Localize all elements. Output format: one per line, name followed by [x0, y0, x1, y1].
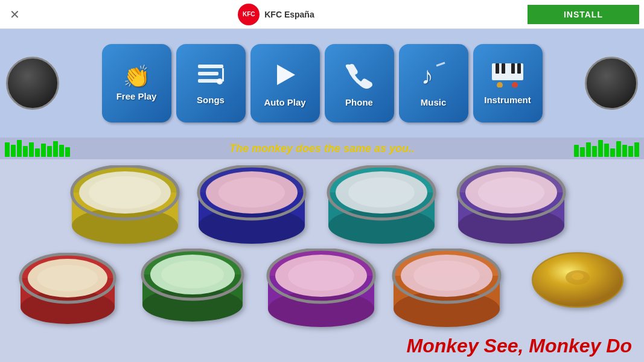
music-button[interactable]: ♪ Music	[399, 44, 468, 122]
svg-rect-12	[517, 63, 521, 74]
svg-point-14	[512, 82, 518, 87]
svg-point-27	[218, 177, 285, 208]
kfc-logo-icon: KFC	[238, 4, 260, 25]
meter-bar	[59, 145, 64, 157]
drum-2[interactable]	[196, 165, 308, 246]
svg-rect-9	[496, 63, 499, 74]
drum-4[interactable]	[456, 165, 567, 246]
meter-bar	[634, 142, 639, 157]
ad-logo: KFC KFC España	[238, 4, 314, 25]
songs-button[interactable]: Songs	[176, 44, 246, 122]
music-label: Music	[421, 97, 447, 107]
phone-icon	[344, 60, 374, 94]
cymbal[interactable]	[531, 249, 625, 311]
brand-name: KFC España	[264, 10, 314, 19]
status-text: The monkey does the same as you..	[70, 142, 574, 155]
meter-bar	[616, 141, 621, 157]
svg-rect-4	[222, 68, 224, 81]
drum-1[interactable]	[69, 165, 181, 246]
drum-7[interactable]	[266, 249, 377, 329]
meter-bar	[604, 144, 609, 157]
meter-bar	[580, 147, 585, 157]
songs-label: Songs	[197, 95, 225, 105]
meter-bar	[598, 140, 603, 157]
songs-icon	[196, 62, 226, 91]
meter-bar	[29, 142, 34, 157]
svg-point-21	[89, 176, 161, 209]
svg-point-45	[37, 265, 98, 291]
meter-bar	[65, 147, 70, 157]
meter-bar	[622, 145, 627, 157]
meter-bar	[592, 146, 597, 157]
autoplay-button[interactable]: Auto Play	[250, 44, 320, 122]
svg-text:♪: ♪	[421, 62, 433, 89]
svg-point-51	[161, 261, 224, 288]
svg-point-13	[497, 82, 503, 87]
svg-rect-10	[502, 63, 505, 74]
freeplay-icon: 👏	[123, 66, 150, 87]
instrument-label: Instrument	[484, 95, 531, 105]
music-icon: ♪	[418, 60, 448, 94]
svg-line-7	[436, 63, 445, 66]
meter-bar	[17, 140, 22, 157]
meter-bar	[11, 145, 16, 157]
instrument-button[interactable]: Instrument	[473, 44, 543, 122]
meter-bar	[574, 145, 579, 157]
meter-bar	[610, 148, 615, 157]
autoplay-label: Auto Play	[264, 97, 305, 107]
status-bar: The monkey does the same as you..	[0, 138, 644, 159]
meter-bar	[47, 146, 52, 157]
svg-rect-11	[511, 63, 515, 74]
phone-label: Phone	[345, 97, 373, 107]
drum-8[interactable]	[391, 249, 503, 329]
freeplay-button[interactable]: 👏 Free Play	[102, 44, 171, 122]
freeplay-label: Free Play	[116, 91, 157, 101]
svg-point-63	[413, 261, 480, 291]
svg-rect-0	[198, 65, 223, 68]
meter-bar	[586, 142, 591, 157]
autoplay-icon	[270, 60, 300, 94]
svg-point-3	[217, 78, 223, 84]
svg-point-67	[572, 273, 584, 280]
bottom-text: Monkey See, Monkey Do	[407, 335, 632, 357]
svg-marker-5	[277, 65, 295, 85]
close-button[interactable]: ✕	[5, 5, 25, 24]
drum-6[interactable]	[140, 249, 246, 326]
meter-bar	[23, 146, 28, 157]
svg-point-57	[288, 261, 354, 291]
left-speaker	[6, 57, 59, 110]
right-level-meter	[574, 140, 639, 157]
right-speaker	[585, 57, 638, 110]
instrument-icon	[491, 62, 524, 91]
meter-bar	[53, 141, 58, 157]
nav-buttons: 👏 Free Play Songs Aut	[102, 44, 543, 122]
drum-5[interactable]	[18, 253, 118, 328]
meter-bar	[35, 148, 40, 157]
meter-bar	[5, 142, 10, 157]
svg-rect-1	[198, 72, 218, 75]
drum-3[interactable]	[326, 165, 438, 246]
left-level-meter	[5, 140, 70, 157]
svg-point-33	[348, 177, 415, 208]
install-button[interactable]: INSTALL	[528, 5, 639, 24]
ad-bar: ✕ KFC KFC España INSTALL	[0, 0, 644, 29]
svg-point-39	[478, 177, 544, 208]
meter-bar	[628, 146, 633, 157]
nav-bar: 👏 Free Play Songs Aut	[0, 29, 644, 138]
meter-bar	[41, 144, 46, 157]
drum-area: Monkey See, Monkey Do	[0, 159, 644, 362]
phone-button[interactable]: Phone	[325, 44, 394, 122]
